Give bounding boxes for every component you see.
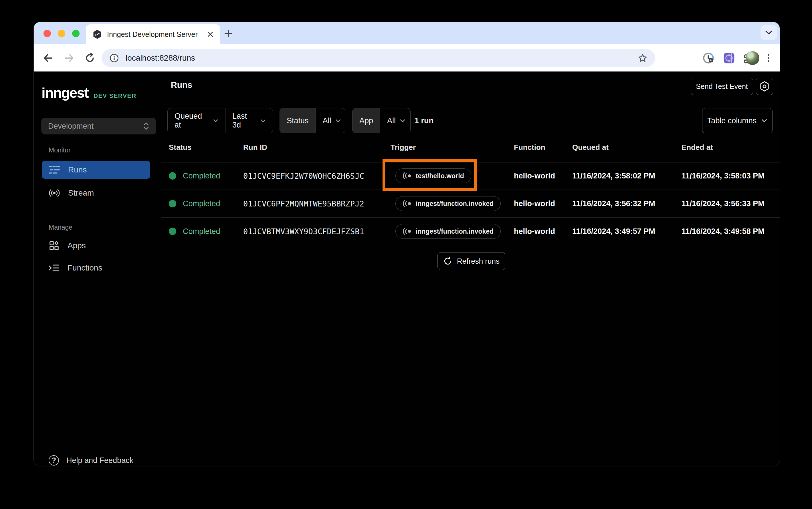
sidebar-item-label: Runs xyxy=(68,165,87,174)
new-tab-button[interactable] xyxy=(222,27,235,40)
reload-button[interactable] xyxy=(81,44,99,71)
browser-window: Inngest Development Server xyxy=(34,22,780,466)
help-label: Help and Feedback xyxy=(66,456,133,465)
function-name: hello-world xyxy=(514,199,555,208)
event-icon xyxy=(402,228,412,235)
stream-icon xyxy=(48,188,60,198)
ended-at: 11/16/2024, 3:49:58 PM xyxy=(682,227,765,236)
apps-icon xyxy=(48,240,60,251)
col-header-ended-at[interactable]: Ended at xyxy=(682,143,713,152)
sidebar-item-label: Apps xyxy=(67,241,86,250)
site-info-icon[interactable] xyxy=(109,53,119,63)
table-row[interactable]: Completed 01JCVC6PF2MQNMTWE95BBRZPJ2 inn… xyxy=(161,190,780,217)
time-field-filter[interactable]: Queued at Last 3d xyxy=(167,108,273,133)
status-filter-value[interactable]: All xyxy=(316,108,345,133)
trigger-name: test/hello.world xyxy=(416,172,464,180)
forward-button[interactable] xyxy=(60,44,78,71)
environment-selector[interactable]: Development xyxy=(41,118,156,134)
app-filter[interactable]: App All xyxy=(352,108,411,133)
function-name: hello-world xyxy=(514,172,555,180)
chevron-down-icon xyxy=(761,119,767,123)
sidebar-item-label: Stream xyxy=(68,189,94,198)
tab-search-button[interactable] xyxy=(760,25,777,40)
chevron-down-icon xyxy=(400,119,405,123)
app-filter-value[interactable]: All xyxy=(380,108,411,133)
dev-server-badge: DEV SERVER xyxy=(94,92,136,99)
address-bar[interactable]: localhost:8288/runs xyxy=(102,49,655,67)
table-row[interactable]: Completed 01JCVBTMV3WXY9D3CFDEJFZSB1 inn… xyxy=(161,217,780,245)
function-name: hello-world xyxy=(514,227,555,236)
trigger-pill[interactable]: test/hello.world xyxy=(395,168,471,183)
traffic-light-close[interactable] xyxy=(43,30,51,37)
status-filter-label: Status xyxy=(280,108,316,133)
table-row[interactable]: Completed 01JCVC9EFKJ2W70WQHC6ZH6SJC tes… xyxy=(161,162,780,190)
page-title: Runs xyxy=(171,80,192,90)
trigger-pill[interactable]: inngest/function.invoked xyxy=(395,196,501,211)
status-dot xyxy=(169,172,176,179)
time-field-value: Queued at xyxy=(174,112,209,130)
gear-icon xyxy=(759,81,770,92)
queued-at: 11/16/2024, 3:49:57 PM xyxy=(572,227,655,236)
send-test-event-button[interactable]: Send Test Event xyxy=(691,78,753,95)
time-range-segment[interactable]: Last 3d xyxy=(225,108,273,133)
status-filter[interactable]: Status All xyxy=(280,108,345,133)
sidebar-item-label: Functions xyxy=(67,263,102,273)
time-field-segment[interactable]: Queued at xyxy=(168,108,225,133)
traffic-light-zoom[interactable] xyxy=(72,30,79,37)
trigger-pill[interactable]: inngest/function.invoked xyxy=(395,224,501,239)
traffic-light-minimize[interactable] xyxy=(58,30,65,37)
back-button[interactable] xyxy=(39,44,57,71)
app-filter-label: App xyxy=(353,108,380,133)
status-text: Completed xyxy=(183,227,220,236)
functions-icon xyxy=(48,263,60,273)
run-id: 01JCVBTMV3WXY9D3CFDEJFZSB1 xyxy=(243,227,364,236)
result-count: 1 run xyxy=(415,108,433,133)
col-header-run-id[interactable]: Run ID xyxy=(243,143,267,152)
status-dot xyxy=(169,228,176,235)
main-panel: Runs Send Test Event Queued at Last 3d xyxy=(161,71,780,466)
bookmark-star-icon[interactable] xyxy=(638,53,648,63)
inngest-favicon xyxy=(92,29,102,39)
status-text: Completed xyxy=(183,199,220,208)
browser-menu-button[interactable] xyxy=(759,44,778,71)
sidebar-item-functions[interactable]: Functions xyxy=(42,259,150,277)
tab-close-icon[interactable] xyxy=(206,31,214,38)
sidebar-item-apps[interactable]: Apps xyxy=(42,237,150,254)
web-extension-icon[interactable] xyxy=(720,44,738,71)
browser-tab[interactable]: Inngest Development Server xyxy=(86,24,220,44)
chevron-down-icon xyxy=(335,119,341,123)
trigger-name: inngest/function.invoked xyxy=(416,200,493,208)
col-header-queued-at[interactable]: Queued at xyxy=(572,143,609,152)
queued-at: 11/16/2024, 3:56:32 PM xyxy=(572,199,655,208)
event-icon xyxy=(402,172,412,179)
event-icon xyxy=(402,200,412,207)
refresh-runs-button[interactable]: Refresh runs xyxy=(437,252,505,270)
updown-chevron-icon xyxy=(143,122,149,130)
time-range-value: Last 3d xyxy=(232,112,256,130)
refresh-icon xyxy=(443,257,452,266)
col-header-trigger[interactable]: Trigger xyxy=(391,143,416,152)
manage-section-label: Manage xyxy=(48,224,72,231)
runs-icon xyxy=(48,165,60,175)
status-dot xyxy=(169,200,176,207)
help-and-feedback[interactable]: ? Help and Feedback xyxy=(42,451,151,466)
environment-value: Development xyxy=(48,122,143,131)
sidebar-item-stream[interactable]: Stream xyxy=(42,184,150,202)
sidebar: inngest DEV SERVER Development Monitor xyxy=(34,71,161,466)
col-header-status[interactable]: Status xyxy=(169,143,191,152)
settings-button[interactable] xyxy=(756,78,773,95)
table-columns-button[interactable]: Table columns xyxy=(702,108,773,133)
ended-at: 11/16/2024, 3:56:33 PM xyxy=(682,199,765,208)
tab-title: Inngest Development Server xyxy=(107,30,202,39)
status-text: Completed xyxy=(183,172,220,180)
password-manager-extension-icon[interactable] xyxy=(699,44,718,71)
refresh-runs-label: Refresh runs xyxy=(457,257,499,266)
tab-strip: Inngest Development Server xyxy=(34,22,780,44)
sidebar-item-runs[interactable]: Runs xyxy=(42,161,150,179)
inngest-logo: inngest xyxy=(41,84,89,101)
queued-at: 11/16/2024, 3:58:02 PM xyxy=(572,172,655,180)
url-text: localhost:8288/runs xyxy=(126,54,195,63)
header-divider xyxy=(161,99,780,99)
inngest-app: inngest DEV SERVER Development Monitor xyxy=(34,71,780,466)
col-header-function[interactable]: Function xyxy=(514,143,545,152)
